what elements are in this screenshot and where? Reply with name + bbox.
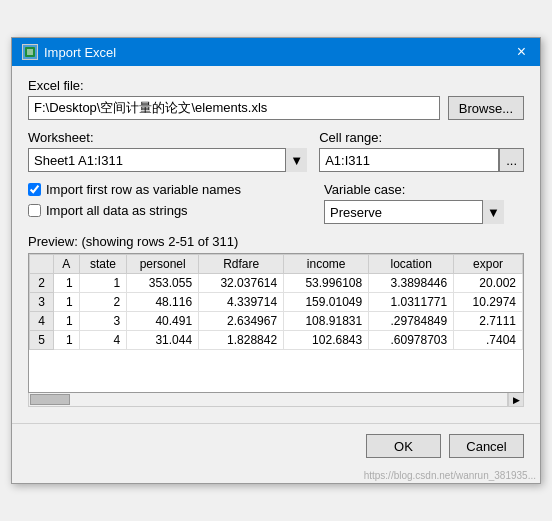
worksheet-col: Worksheet: Sheet1 A1:I311 ▼ xyxy=(28,130,307,172)
col-header-expor: expor xyxy=(454,255,523,274)
cellrange-label: Cell range: xyxy=(319,130,524,145)
table-cell: 48.116 xyxy=(127,293,199,312)
table-header-row: A state personel Rdfare income location … xyxy=(30,255,523,274)
cancel-button[interactable]: Cancel xyxy=(449,434,524,458)
variable-case-wrap: Variable case: Preserve ▼ xyxy=(324,182,524,224)
preview-table-scroll[interactable]: A state personel Rdfare income location … xyxy=(29,254,523,392)
title-bar: Import Excel × xyxy=(12,38,540,66)
cellrange-wrap: ... xyxy=(319,148,524,172)
import-first-row-checkbox[interactable] xyxy=(28,183,41,196)
table-cell: 32.037614 xyxy=(199,274,284,293)
import-first-row-label: Import first row as variable names xyxy=(46,182,241,197)
variable-case-select-wrap: Preserve ▼ xyxy=(324,200,504,224)
dialog-title: Import Excel xyxy=(44,45,116,60)
table-cell: 2.634967 xyxy=(199,312,284,331)
col-header-state: state xyxy=(79,255,127,274)
excel-file-row: Browse... xyxy=(28,96,524,120)
table-cell: 4.339714 xyxy=(199,293,284,312)
table-cell: 1.828842 xyxy=(199,331,284,350)
col-header-row xyxy=(30,255,54,274)
table-cell: 1 xyxy=(54,274,80,293)
excel-file-label: Excel file: xyxy=(28,78,524,93)
preview-table: A state personel Rdfare income location … xyxy=(29,254,523,350)
cellrange-col: Cell range: ... xyxy=(319,130,524,172)
col-header-income: income xyxy=(284,255,369,274)
table-cell: 4 xyxy=(30,312,54,331)
worksheet-cellrange-row: Worksheet: Sheet1 A1:I311 ▼ Cell range: … xyxy=(28,130,524,172)
import-excel-dialog: Import Excel × Excel file: Browse... Wor… xyxy=(11,37,541,484)
worksheet-label: Worksheet: xyxy=(28,130,307,145)
table-cell: 53.996108 xyxy=(284,274,369,293)
dialog-icon xyxy=(22,44,38,60)
table-cell: 108.91831 xyxy=(284,312,369,331)
options-left: Import first row as variable names Impor… xyxy=(28,182,308,224)
table-cell: 31.044 xyxy=(127,331,199,350)
table-cell: 1 xyxy=(54,312,80,331)
options-right: Variable case: Preserve ▼ xyxy=(324,182,524,224)
table-cell: 102.6843 xyxy=(284,331,369,350)
table-cell: 1 xyxy=(54,293,80,312)
table-cell: 4 xyxy=(79,331,127,350)
close-button[interactable]: × xyxy=(513,44,530,60)
table-cell: 3 xyxy=(79,312,127,331)
table-row: 51431.0441.828842102.6843.60978703.7404 xyxy=(30,331,523,350)
table-cell: 353.055 xyxy=(127,274,199,293)
hscroll-right-arrow[interactable]: ▶ xyxy=(508,393,524,407)
table-cell: 1 xyxy=(54,331,80,350)
table-cell: 3 xyxy=(30,293,54,312)
table-cell: 20.002 xyxy=(454,274,523,293)
browse-button[interactable]: Browse... xyxy=(448,96,524,120)
table-cell: 40.491 xyxy=(127,312,199,331)
table-cell: 5 xyxy=(30,331,54,350)
variable-case-label: Variable case: xyxy=(324,182,524,197)
title-bar-left: Import Excel xyxy=(22,44,116,60)
col-header-rdfare: Rdfare xyxy=(199,255,284,274)
bottom-bar: OK Cancel xyxy=(12,423,540,470)
worksheet-select-wrap: Sheet1 A1:I311 ▼ xyxy=(28,148,307,172)
table-cell: 1 xyxy=(79,274,127,293)
col-header-personel: personel xyxy=(127,255,199,274)
table-cell: 1.0311771 xyxy=(369,293,454,312)
cellrange-input[interactable] xyxy=(319,148,499,172)
preview-table-container: A state personel Rdfare income location … xyxy=(28,253,524,393)
table-cell: 2 xyxy=(79,293,127,312)
table-cell: .29784849 xyxy=(369,312,454,331)
options-section: Import first row as variable names Impor… xyxy=(28,182,524,224)
import-all-strings-label: Import all data as strings xyxy=(46,203,188,218)
watermark: https://blog.csdn.net/wanrun_381935... xyxy=(12,470,540,483)
col-header-a: A xyxy=(54,255,80,274)
cellrange-more-button[interactable]: ... xyxy=(499,148,524,172)
variable-case-select[interactable]: Preserve xyxy=(324,200,504,224)
table-cell: .60978703 xyxy=(369,331,454,350)
hscrollbar[interactable] xyxy=(28,393,508,407)
table-row: 41340.4912.634967108.91831.297848492.711… xyxy=(30,312,523,331)
col-header-location: location xyxy=(369,255,454,274)
preview-label: Preview: (showing rows 2-51 of 311) xyxy=(28,234,524,249)
import-first-row-row: Import first row as variable names xyxy=(28,182,308,197)
table-row: 31248.1164.339714159.010491.031177110.29… xyxy=(30,293,523,312)
table-cell: 159.01049 xyxy=(284,293,369,312)
table-row: 211353.05532.03761453.9961083.389844620.… xyxy=(30,274,523,293)
import-all-strings-checkbox[interactable] xyxy=(28,204,41,217)
excel-file-input[interactable] xyxy=(28,96,440,120)
import-all-strings-row: Import all data as strings xyxy=(28,203,308,218)
worksheet-select[interactable]: Sheet1 A1:I311 xyxy=(28,148,307,172)
table-cell: 2.7111 xyxy=(454,312,523,331)
hscroll-area: ▶ xyxy=(28,393,524,407)
ok-button[interactable]: OK xyxy=(366,434,441,458)
table-cell: .7404 xyxy=(454,331,523,350)
table-cell: 2 xyxy=(30,274,54,293)
table-cell: 10.2974 xyxy=(454,293,523,312)
table-cell: 3.3898446 xyxy=(369,274,454,293)
dialog-content: Excel file: Browse... Worksheet: Sheet1 … xyxy=(12,66,540,419)
